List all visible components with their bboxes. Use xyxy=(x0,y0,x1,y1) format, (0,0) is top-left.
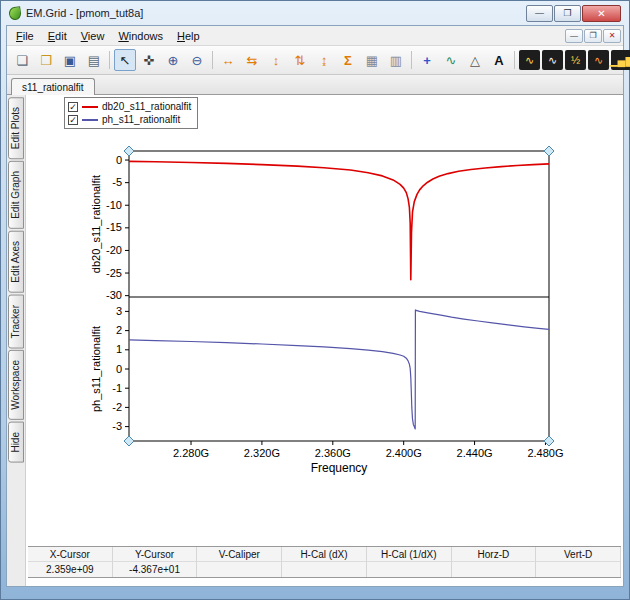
zoom-out-icon[interactable]: ⊖ xyxy=(186,49,208,71)
menu-help[interactable]: Help xyxy=(170,28,207,44)
waveform-orange-icon[interactable]: ∿ xyxy=(588,50,609,70)
status-header-v-caliper: V-Caliper xyxy=(197,547,282,562)
status-header-y-cursor: Y-Cursor xyxy=(113,547,198,562)
zoom-in-icon[interactable]: ⊕ xyxy=(162,49,184,71)
waveform-yellow-icon[interactable]: ∿ xyxy=(519,50,540,70)
legend-entry: ✓db20_s11_rationalfit xyxy=(68,100,191,113)
status-table: X-CursorY-CursorV-CaliperH-Cal (dX)H-Cal… xyxy=(28,546,621,578)
sidebar-tab-edit-plots[interactable]: Edit Plots xyxy=(8,97,24,159)
fit-x-axis-icon[interactable]: ⇆ xyxy=(241,49,263,71)
table-icon[interactable]: ▥ xyxy=(385,49,407,71)
y-tick-label: -3 xyxy=(112,420,122,432)
y-tick-label: -25 xyxy=(106,267,122,279)
status-value-h-cal-1-dx xyxy=(367,562,452,577)
y-tick-label: -5 xyxy=(112,176,122,188)
y-tick-label: -10 xyxy=(106,199,122,211)
mdi-close-button[interactable]: ✕ xyxy=(603,29,621,43)
status-value-v-caliper xyxy=(197,562,282,577)
mdi-restore-button[interactable]: ❐ xyxy=(584,29,602,43)
text-label-icon[interactable]: A xyxy=(488,49,510,71)
save-icon[interactable]: ▣ xyxy=(59,49,81,71)
mdi-minimize-button[interactable]: — xyxy=(565,29,583,43)
status-header-h-cal-1-dx: H-Cal (1/dX) xyxy=(367,547,452,562)
select-arrow-icon[interactable]: ↖ xyxy=(114,49,136,71)
grid-icon[interactable]: ▦ xyxy=(361,49,383,71)
window-title: EM.Grid - [pmom_tut8a] xyxy=(26,7,143,19)
status-value-vert-d xyxy=(536,562,621,577)
sidebar-tab-edit-graph[interactable]: Edit Graph xyxy=(8,161,24,229)
x-tick-label: 2.360G xyxy=(315,447,351,459)
y-axis-label: ph_s11_rationalfit xyxy=(90,326,102,412)
mdi-controls: —❐✕ xyxy=(565,29,623,43)
caliper-handle[interactable] xyxy=(124,146,134,156)
waveform-white-icon[interactable]: ∿ xyxy=(542,50,563,70)
smooth-curve-icon[interactable]: ∿ xyxy=(440,49,462,71)
menubar: FileEditViewWindowsHelp —❐✕ xyxy=(7,26,623,46)
caliper-handle[interactable] xyxy=(544,146,554,156)
y-tick-label: 1 xyxy=(116,343,122,355)
plot-frame xyxy=(129,151,549,441)
autoscale-icon[interactable]: ↨ xyxy=(313,49,335,71)
sidebar-tab-tracker[interactable]: Tracker xyxy=(8,295,24,349)
half-fraction-icon[interactable]: ½ xyxy=(565,50,586,70)
sidebar-tab-edit-axes[interactable]: Edit Axes xyxy=(8,231,24,293)
chart-wrap: ✓db20_s11_rationalfit✓ph_s11_rationalfit… xyxy=(26,95,623,546)
add-marker-icon[interactable]: + xyxy=(416,49,438,71)
status-header-horz-d: Horz-D xyxy=(452,547,537,562)
maximize-button[interactable]: ❐ xyxy=(554,5,581,22)
workspace-body: Edit PlotsEdit GraphEdit AxesTrackerWork… xyxy=(7,95,623,586)
status-value-h-cal-dx xyxy=(282,562,367,577)
toolbar-separator xyxy=(212,51,213,69)
series-ph_s11_rationalfit xyxy=(129,310,549,429)
print-icon[interactable]: ▤ xyxy=(83,49,105,71)
marker-shape-icon[interactable]: △ xyxy=(464,49,486,71)
status-value-horz-d xyxy=(452,562,537,577)
y-axis-label: db20_s11_rationalfit xyxy=(90,175,102,273)
tab-s11-rationalfit[interactable]: s11_rationalfit xyxy=(11,78,95,95)
menu-view[interactable]: View xyxy=(74,28,112,44)
expand-x-axis-icon[interactable]: ↔ xyxy=(217,49,239,71)
expand-y-axis-icon[interactable]: ↕ xyxy=(265,49,287,71)
window-frame: EM.Grid - [pmom_tut8a] —❐✕ FileEditViewW… xyxy=(0,0,630,600)
status-header-h-cal-dx: H-Cal (dX) xyxy=(282,547,367,562)
status-value-x-cursor: 2.359e+09 xyxy=(28,562,113,577)
titlebar[interactable]: EM.Grid - [pmom_tut8a] —❐✕ xyxy=(6,1,624,25)
open-folder-icon[interactable]: ❒ xyxy=(35,49,57,71)
legend-line-swatch xyxy=(82,119,98,121)
y-tick-label: -1 xyxy=(112,382,122,394)
menu-file[interactable]: File xyxy=(9,28,41,44)
sidebar-tab-hide[interactable]: Hide xyxy=(8,422,24,463)
histogram-icon[interactable]: ▁▄▆ xyxy=(611,50,630,70)
legend-label: ph_s11_rationalfit xyxy=(102,114,180,125)
sidebar-tab-workspace[interactable]: Workspace xyxy=(8,350,24,420)
close-button[interactable]: ✕ xyxy=(582,5,621,22)
app-frame: FileEditViewWindowsHelp —❐✕ ❏❒▣▤↖✜⊕⊖↔⇆↕⇅… xyxy=(6,25,624,587)
y-tick-label: 2 xyxy=(116,324,122,336)
legend-label: db20_s11_rationalfit xyxy=(102,101,191,112)
sum-icon[interactable]: Σ xyxy=(337,49,359,71)
x-tick-label: 2.440G xyxy=(457,447,493,459)
menu-edit[interactable]: Edit xyxy=(41,28,74,44)
x-tick-label: 2.280G xyxy=(173,447,209,459)
legend-checkbox[interactable]: ✓ xyxy=(68,102,78,112)
caliper-handle[interactable] xyxy=(124,436,134,446)
legend-line-swatch xyxy=(82,106,98,108)
status-value-y-cursor: -4.367e+01 xyxy=(113,562,198,577)
menu-windows[interactable]: Windows xyxy=(111,28,170,44)
toolbar-separator xyxy=(109,51,110,69)
new-file-icon[interactable]: ❏ xyxy=(11,49,33,71)
toolbar-separator xyxy=(514,51,515,69)
pan-hand-icon[interactable]: ✜ xyxy=(138,49,160,71)
app-icon xyxy=(8,6,22,21)
status-header-x-cursor: X-Cursor xyxy=(28,547,113,562)
minimize-button[interactable]: — xyxy=(526,5,553,22)
series-db20_s11_rationalfit xyxy=(129,161,549,279)
fit-y-axis-icon[interactable]: ⇅ xyxy=(289,49,311,71)
legend-checkbox[interactable]: ✓ xyxy=(68,115,78,125)
y-tick-label: -15 xyxy=(106,221,122,233)
plot-canvas[interactable]: 0-5-10-15-20-25-30db20_s11_rationalfit32… xyxy=(26,95,623,546)
window-controls: —❐✕ xyxy=(526,5,621,22)
legend: ✓db20_s11_rationalfit✓ph_s11_rationalfit xyxy=(64,97,198,129)
y-tick-label: 3 xyxy=(116,305,122,317)
toolbar: ❏❒▣▤↖✜⊕⊖↔⇆↕⇅↨Σ▦▥+∿△A∿∿½∿▁▄▆▦▦ ≣ Layout xyxy=(7,46,623,75)
